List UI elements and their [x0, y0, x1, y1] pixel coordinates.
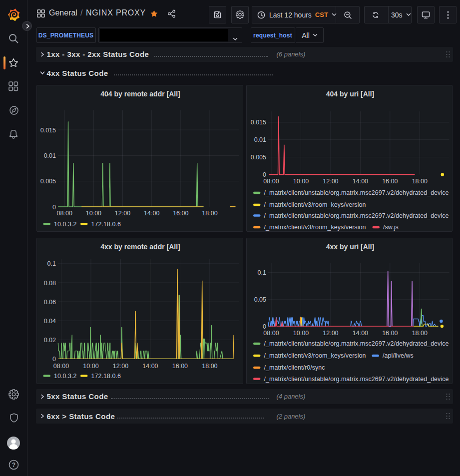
svg-text:14:00: 14:00	[142, 363, 158, 370]
svg-text:10:00: 10:00	[293, 329, 308, 336]
svg-text:10:00: 10:00	[83, 363, 98, 370]
svg-text:0.06: 0.06	[44, 298, 56, 305]
svg-text:0.02: 0.02	[44, 336, 56, 343]
svg-text:0.05: 0.05	[254, 296, 266, 303]
svg-text:0.01: 0.01	[254, 136, 266, 143]
svg-text:0: 0	[52, 204, 56, 211]
svg-text:08:00: 08:00	[263, 329, 279, 336]
svg-text:14:00: 14:00	[352, 178, 368, 185]
svg-text:16:00: 16:00	[382, 329, 398, 336]
svg-text:172.18.0.6: 172.18.0.6	[91, 221, 121, 228]
svg-text:/_matrix/client/v3/room_keys/v: /_matrix/client/v3/room_keys/version	[264, 352, 366, 359]
svg-text:10:00: 10:00	[293, 178, 308, 185]
svg-text:10:00: 10:00	[86, 210, 101, 217]
svg-text:16:00: 16:00	[382, 178, 398, 185]
svg-text:0.01: 0.01	[44, 152, 56, 159]
svg-text:/_matrix/client/unstable/org.m: /_matrix/client/unstable/org.matrix.msc2…	[264, 212, 449, 219]
svg-text:0.005: 0.005	[40, 178, 56, 185]
svg-text:0.015: 0.015	[250, 119, 266, 126]
svg-text:12:00: 12:00	[115, 210, 130, 217]
svg-text:/_matrix/client/v3/room_keys/v: /_matrix/client/v3/room_keys/version	[264, 201, 366, 208]
svg-text:0.015: 0.015	[40, 127, 56, 134]
svg-text:0.04: 0.04	[44, 317, 56, 324]
svg-text:4xx by remote addr [All]: 4xx by remote addr [All]	[100, 243, 180, 251]
svg-text:/_matrix/client/unstable/org.m: /_matrix/client/unstable/org.matrix.msc2…	[264, 340, 449, 347]
svg-text:16:00: 16:00	[173, 210, 188, 217]
svg-text:10.0.3.2: 10.0.3.2	[54, 372, 77, 379]
svg-text:172.18.0.6: 172.18.0.6	[91, 372, 121, 379]
svg-text:/sw.js: /sw.js	[383, 224, 399, 231]
svg-text:404 by remote addr [All]: 404 by remote addr [All]	[100, 90, 180, 98]
svg-text:0.1: 0.1	[47, 260, 56, 267]
svg-text:16:00: 16:00	[172, 363, 188, 370]
svg-text:/api/live/ws: /api/live/ws	[383, 352, 414, 359]
svg-text:404 by uri [All]: 404 by uri [All]	[326, 90, 374, 98]
svg-text:08:00: 08:00	[53, 363, 69, 370]
svg-text:10.0.3.2: 10.0.3.2	[54, 221, 77, 228]
svg-text:18:00: 18:00	[202, 363, 217, 370]
svg-text:12:00: 12:00	[323, 329, 338, 336]
svg-text:08:00: 08:00	[57, 210, 72, 217]
svg-text:/_matrix/client/unstable/org.m: /_matrix/client/unstable/org.matrix.msc2…	[264, 375, 449, 382]
svg-text:18:00: 18:00	[412, 178, 427, 185]
svg-text:0: 0	[263, 171, 266, 178]
svg-text:0.08: 0.08	[44, 279, 56, 286]
svg-text:/_matrix/client/r0/sync: /_matrix/client/r0/sync	[264, 364, 325, 371]
svg-text:18:00: 18:00	[202, 210, 217, 217]
svg-text:0.1: 0.1	[257, 269, 266, 276]
svg-text:14:00: 14:00	[144, 210, 159, 217]
svg-text:0: 0	[263, 323, 266, 330]
svg-text:08:00: 08:00	[263, 178, 279, 185]
svg-text:12:00: 12:00	[323, 178, 338, 185]
svg-text:?: ?	[12, 462, 15, 469]
svg-text:12:00: 12:00	[113, 363, 128, 370]
svg-text:/_matrix/client/unstable/org.m: /_matrix/client/unstable/org.matrix.msc2…	[264, 189, 449, 196]
svg-text:14:00: 14:00	[352, 329, 368, 336]
svg-text:4xx by uri [All]: 4xx by uri [All]	[326, 243, 374, 251]
svg-text:18:00: 18:00	[412, 329, 427, 336]
svg-text:0.005: 0.005	[250, 154, 266, 161]
svg-text:0: 0	[52, 355, 56, 362]
svg-text:/_matrix/client/v3/room_keys/v: /_matrix/client/v3/room_keys/version	[264, 224, 366, 231]
